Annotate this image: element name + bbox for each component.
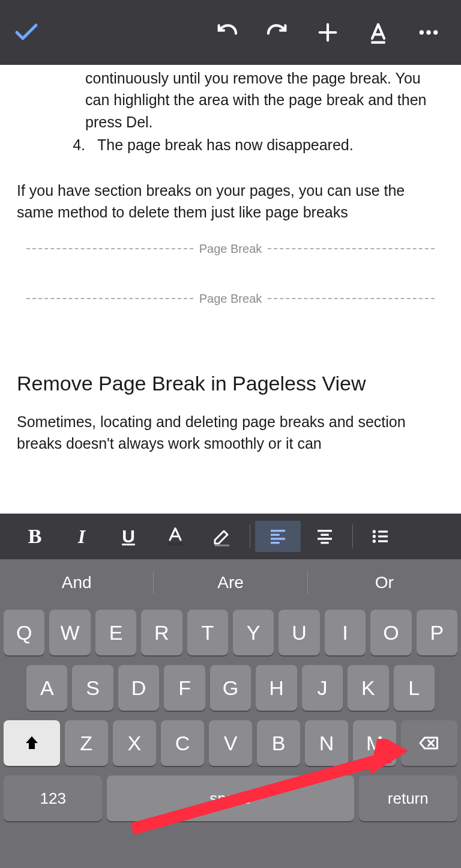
format-toolbar: B I U xyxy=(0,514,461,559)
checkmark-icon xyxy=(12,18,41,47)
done-checkmark-button[interactable] xyxy=(12,18,41,47)
key-m[interactable]: M xyxy=(353,720,396,766)
key-c[interactable]: C xyxy=(161,720,204,766)
toolbar-separator xyxy=(250,524,250,548)
text-color-icon xyxy=(164,526,186,547)
svg-point-15 xyxy=(373,535,376,538)
key-x[interactable]: X xyxy=(113,720,156,766)
space-key[interactable]: space xyxy=(107,775,354,821)
suggestion-1[interactable]: And xyxy=(0,573,153,592)
suggestion-3[interactable]: Or xyxy=(308,573,461,592)
backspace-key[interactable] xyxy=(401,720,457,766)
redo-button[interactable] xyxy=(265,20,289,44)
page-break-indicator: Page Break xyxy=(26,290,435,308)
bold-icon: B xyxy=(28,525,42,548)
virtual-keyboard: And Are Or Q W E R T Y U I O P A S D F G… xyxy=(0,559,461,868)
key-i[interactable]: I xyxy=(325,610,366,655)
key-v[interactable]: V xyxy=(209,720,252,766)
key-j[interactable]: J xyxy=(302,665,343,711)
document-content[interactable]: continuously until you remove the page b… xyxy=(0,65,461,514)
svg-rect-5 xyxy=(215,545,229,547)
highlight-button[interactable] xyxy=(199,521,245,552)
key-y[interactable]: Y xyxy=(233,610,274,655)
underline-button[interactable]: U xyxy=(106,521,151,552)
svg-point-2 xyxy=(426,30,430,34)
svg-point-16 xyxy=(373,539,376,542)
key-o[interactable]: O xyxy=(370,610,411,655)
text-color-button[interactable] xyxy=(152,521,198,552)
key-e[interactable]: E xyxy=(95,610,136,655)
top-toolbar xyxy=(0,0,461,65)
align-center-button[interactable] xyxy=(302,521,348,552)
key-h[interactable]: H xyxy=(256,665,297,711)
underline-icon: U xyxy=(122,526,135,547)
suggestion-2[interactable]: Are xyxy=(154,573,307,592)
align-left-button[interactable] xyxy=(255,521,301,552)
text-format-icon xyxy=(366,20,390,44)
highlight-icon xyxy=(211,526,233,547)
svg-point-14 xyxy=(373,530,376,533)
undo-button[interactable] xyxy=(215,20,239,44)
key-g[interactable]: G xyxy=(210,665,251,711)
page-break-label: Page Break xyxy=(193,290,268,308)
shift-key[interactable] xyxy=(4,720,60,766)
keyboard-row-2: A S D F G H J K L xyxy=(4,665,457,711)
key-z[interactable]: Z xyxy=(65,720,108,766)
section-heading: Remove Page Break in Pageless View xyxy=(17,370,444,396)
bullet-list-button[interactable] xyxy=(358,521,403,552)
bullet-list-icon xyxy=(371,527,390,546)
toolbar-separator xyxy=(352,524,353,548)
keyboard-row-3: Z X C V B N M xyxy=(4,720,457,766)
key-u[interactable]: U xyxy=(279,610,319,655)
plus-icon xyxy=(316,20,340,44)
keyboard-row-1: Q W E R T Y U I O P xyxy=(4,610,457,655)
key-b[interactable]: B xyxy=(257,720,300,766)
align-left-icon xyxy=(268,527,288,546)
bold-button[interactable]: B xyxy=(12,521,58,552)
key-s[interactable]: S xyxy=(72,665,113,711)
key-p[interactable]: P xyxy=(417,610,457,655)
text-format-button[interactable] xyxy=(366,20,390,44)
key-n[interactable]: N xyxy=(305,720,348,766)
key-r[interactable]: R xyxy=(141,610,182,655)
undo-icon xyxy=(215,20,239,44)
key-k[interactable]: K xyxy=(348,665,388,711)
key-q[interactable]: Q xyxy=(4,610,44,655)
list-item-text: The page break has now disappeared. xyxy=(97,134,444,156)
key-l[interactable]: L xyxy=(394,665,435,711)
page-break-indicator: Page Break xyxy=(26,240,435,258)
more-horizontal-icon xyxy=(417,20,441,44)
redo-icon xyxy=(265,20,289,44)
page-break-label: Page Break xyxy=(193,240,268,258)
body-paragraph: If you have section breaks on your pages… xyxy=(17,180,444,223)
keyboard-suggestions: And Are Or xyxy=(0,559,461,606)
list-number: 4. xyxy=(17,134,97,156)
align-center-icon xyxy=(315,527,334,546)
italic-icon: I xyxy=(78,526,85,548)
keyboard-row-4: 123 space return xyxy=(4,775,457,821)
more-button[interactable] xyxy=(417,20,441,44)
body-paragraph-2: Sometimes, locating and deleting page br… xyxy=(17,411,444,455)
add-button[interactable] xyxy=(316,20,340,44)
svg-point-3 xyxy=(433,30,438,34)
shift-icon xyxy=(23,734,41,752)
svg-point-1 xyxy=(420,30,424,34)
backspace-icon xyxy=(418,732,440,754)
numeric-key[interactable]: 123 xyxy=(4,775,102,821)
key-a[interactable]: A xyxy=(26,665,67,711)
list-item-3-partial: continuously until you remove the page b… xyxy=(17,65,444,133)
list-item-4: 4. The page break has now disappeared. xyxy=(17,134,444,156)
key-t[interactable]: T xyxy=(187,610,228,655)
italic-button[interactable]: I xyxy=(59,521,104,552)
return-key[interactable]: return xyxy=(359,775,457,821)
svg-rect-4 xyxy=(168,543,182,546)
key-f[interactable]: F xyxy=(164,665,205,711)
key-w[interactable]: W xyxy=(49,610,90,655)
key-d[interactable]: D xyxy=(118,665,159,711)
